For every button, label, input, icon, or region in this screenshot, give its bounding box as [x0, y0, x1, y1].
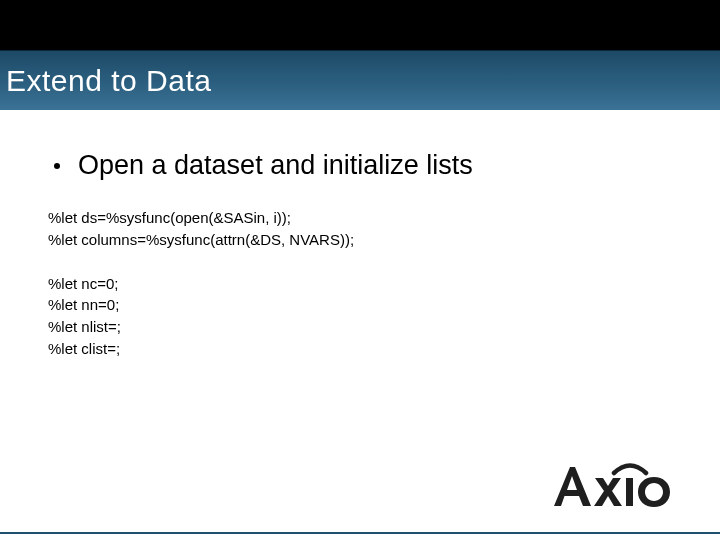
content-area: Open a dataset and initialize lists %let… — [0, 110, 720, 360]
code-line: %let nc=0; — [48, 273, 672, 295]
code-line: %let clist=; — [48, 338, 672, 360]
svg-rect-0 — [626, 478, 633, 506]
code-block: %let ds=%sysfunc(open(&SASin, i)); %let … — [48, 207, 672, 360]
code-line: %let nn=0; — [48, 294, 672, 316]
bullet-item: Open a dataset and initialize lists — [48, 150, 672, 181]
slide-title: Extend to Data — [6, 64, 211, 98]
top-black-bar — [0, 0, 720, 50]
code-line: %let columns=%sysfunc(attrn(&DS, NVARS))… — [48, 229, 672, 251]
title-bar: Extend to Data — [0, 50, 720, 110]
bottom-divider — [0, 532, 720, 534]
bullet-dot-icon — [54, 163, 60, 169]
code-line: %let ds=%sysfunc(open(&SASin, i)); — [48, 207, 672, 229]
axio-logo — [548, 463, 698, 522]
code-line: %let nlist=; — [48, 316, 672, 338]
bullet-text: Open a dataset and initialize lists — [78, 150, 473, 181]
